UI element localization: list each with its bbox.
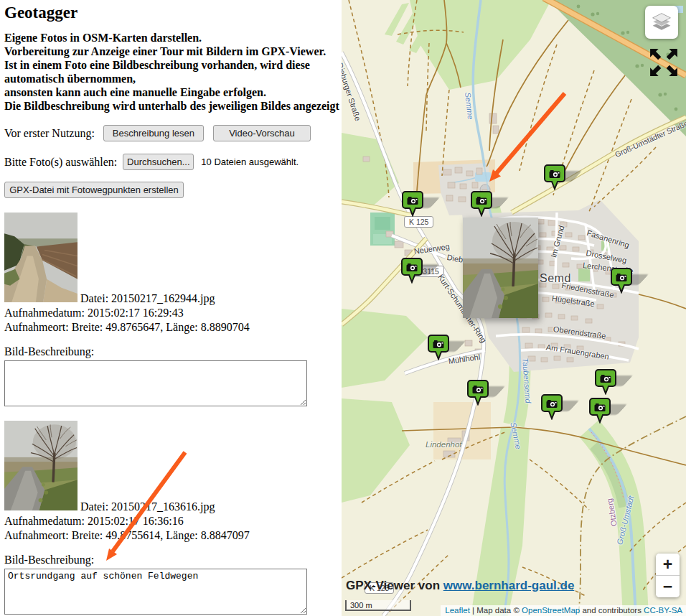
photo-location-line: Aufnahmeort: Breite: 49.8755614, Länge: …	[4, 528, 342, 542]
leaflet-link[interactable]: Leaflet	[445, 606, 470, 615]
layers-icon	[649, 11, 674, 34]
photo-marker[interactable]	[589, 398, 611, 424]
photo-marker[interactable]	[544, 164, 565, 190]
place-label-lindenhof: Lindenhof	[426, 440, 462, 449]
photo-marker[interactable]	[467, 380, 489, 406]
intro-text: Eigene Fotos in OSM-Karten darstellen. V…	[4, 31, 342, 113]
intro-line: Vorbereitung zur Anzeige einer Tour mit …	[4, 45, 342, 58]
intro-line: Eigene Fotos in OSM-Karten darstellen.	[4, 31, 342, 45]
intro-line: automatisch übernommen,	[4, 72, 342, 85]
photo-file-label: Datei: 20150217_162944.jpg	[80, 292, 215, 304]
zoom-out-button[interactable]: −	[656, 576, 680, 597]
intro-line: ansonsten kann auch eine manuelle Eingab…	[4, 85, 342, 99]
credit-prefix: GPX-Viewer von	[346, 579, 443, 592]
road-shield-k125: K 125	[404, 216, 433, 228]
intro-line: Ist in einem Foto eine Bildbeschreibung …	[4, 58, 342, 72]
photo-marker[interactable]	[611, 268, 632, 294]
attribution-separator: |	[470, 606, 476, 615]
zoom-in-button[interactable]: +	[656, 554, 680, 576]
create-gpx-button[interactable]: GPX-Datei mit Fotowegpunkten erstellen	[4, 182, 184, 198]
photo-entry-1: Datei: 20150217_162944.jpg Aufnahmedatum…	[4, 213, 342, 406]
photo-thumbnail-1	[4, 213, 77, 302]
openstreetmap-link[interactable]: OpenStreetMap	[522, 606, 580, 615]
photo-file-label: Datei: 20150217_163616.jpg	[80, 500, 215, 513]
layers-control[interactable]	[645, 6, 678, 39]
read-description-button[interactable]: Beschreibung lesen	[103, 125, 204, 141]
description-label: Bild-Beschreibung:	[4, 345, 342, 358]
photo-thumbnail-2	[4, 421, 77, 510]
photo-marker[interactable]	[402, 191, 423, 217]
map-photo-preview	[463, 218, 538, 318]
photo-marker[interactable]	[401, 258, 423, 284]
fullscreen-icon[interactable]	[649, 47, 679, 78]
first-use-label: Vor erster Nutzung:	[4, 127, 95, 140]
first-use-row: Vor erster Nutzung: Beschreibung lesen V…	[4, 125, 342, 141]
file-select-row: Bitte Foto(s) auswählen: Durchsuchen... …	[4, 154, 342, 170]
photo-marker[interactable]	[595, 369, 616, 395]
gpx-row: GPX-Datei mit Fotowegpunkten erstellen	[4, 170, 342, 198]
choose-photos-label: Bitte Foto(s) auswählen:	[4, 156, 117, 169]
map-attribution: Leaflet | Map data © OpenStreetMap and c…	[441, 605, 686, 616]
attribution-contributors: and contributors	[580, 606, 644, 615]
photo-entry-2: Datei: 20150217_163616.jpg Aufnahmedatum…	[4, 421, 342, 615]
photo-date-line: Aufnahmedatum: 2015:02:17 16:36:16	[4, 514, 342, 528]
intro-line: Die Bildbeschreibung wird unterhalb des …	[4, 99, 342, 113]
photo-marker[interactable]	[541, 394, 563, 420]
photo-date-line: Aufnahmedatum: 2015:02:17 16:29:43	[4, 306, 342, 319]
description-textarea-2[interactable]: Ortsrundgang auf schönen Feldwegen	[4, 569, 307, 615]
leaflet-map[interactable]: Dieburger Straße Semme Neuerweg Dieburge…	[342, 0, 686, 616]
bernhard-gaul-link[interactable]: www.bernhard-gaul.de	[443, 579, 575, 592]
zoom-control: + −	[656, 554, 680, 597]
page-title: Geotagger	[4, 4, 342, 22]
browse-button[interactable]: Durchsuchen...	[123, 154, 194, 170]
photo-marker[interactable]	[428, 335, 449, 360]
scale-bar: 300 m	[345, 600, 411, 611]
photo-location-line: Aufnahmeort: Breite: 49.8765647, Länge: …	[4, 320, 342, 334]
description-textarea-1[interactable]	[4, 360, 307, 406]
files-selected-status: 10 Dateien ausgewählt.	[201, 157, 299, 167]
gpx-viewer-credit: GPX-Viewer von www.bernhard-gaul.de	[346, 579, 574, 593]
photo-marker[interactable]	[471, 191, 492, 217]
attribution-map-data: Map data ©	[476, 606, 522, 615]
description-label: Bild-Beschreibung:	[4, 554, 342, 566]
video-preview-button[interactable]: Video-Vorschau	[213, 125, 311, 141]
license-link[interactable]: CC-BY-SA	[644, 606, 682, 615]
geotagger-panel: Geotagger Eigene Fotos in OSM-Karten dar…	[0, 0, 342, 616]
